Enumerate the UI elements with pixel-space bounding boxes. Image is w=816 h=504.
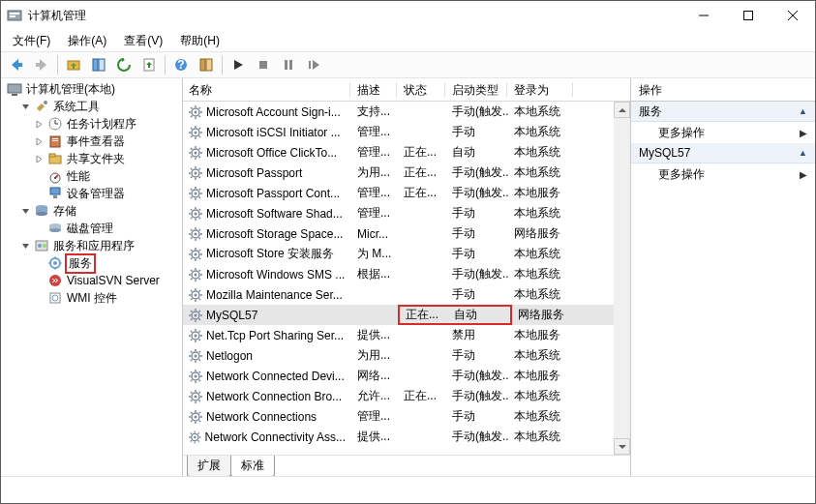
cell-start: 手动(触发...	[446, 164, 508, 181]
minimize-button[interactable]	[681, 1, 726, 30]
service-row[interactable]: Microsoft Store 安装服务 为 M... 手动 本地系统	[183, 244, 630, 264]
service-row[interactable]: Microsoft iSCSI Initiator ... 管理... 手动 本…	[183, 122, 630, 142]
refresh-button[interactable]	[112, 53, 136, 76]
tree-item[interactable]: 磁盘管理	[32, 220, 182, 237]
svg-line-81	[191, 156, 193, 158]
service-row[interactable]: Microsoft Office ClickTo... 管理... 正在...自…	[183, 142, 630, 163]
service-row[interactable]: Network Connection Bro... 允许... 正在...手动(…	[183, 386, 630, 406]
cell-name: Microsoft Account Sign-i...	[183, 105, 351, 119]
maximize-button[interactable]	[726, 1, 771, 30]
cell-status: 正在...	[398, 164, 446, 181]
tree-root-node[interactable]: 计算机管理(本地)	[5, 80, 182, 98]
svg-line-139	[191, 270, 193, 272]
export-button[interactable]	[137, 53, 161, 76]
tree-services-apps[interactable]: 服务和应用程序	[18, 237, 182, 254]
up-button[interactable]	[62, 53, 85, 76]
action-group-selected[interactable]: MySQL57 ▲	[631, 143, 815, 163]
pause-service-button[interactable]	[277, 53, 300, 76]
tree-storage[interactable]: 存储	[18, 202, 182, 220]
service-row[interactable]: Network Connections 管理... 手动 本地系统	[183, 406, 630, 427]
svg-line-209	[191, 412, 193, 414]
tree-item[interactable]: 事件查看器	[32, 133, 182, 150]
help-button[interactable]: ?	[169, 53, 193, 76]
service-row[interactable]: Network Connectivity Ass... 提供... 手动(触发.…	[183, 427, 630, 447]
svg-line-72	[199, 128, 201, 130]
column-desc[interactable]: 描述	[351, 78, 398, 101]
scrollbar-track[interactable]	[614, 118, 630, 438]
service-row[interactable]: MySQL57 正在...自动 网络服务	[183, 305, 630, 325]
action-more-2[interactable]: 更多操作 ▶	[631, 163, 815, 185]
service-row[interactable]: Netlogon 为用... 手动 本地系统	[183, 345, 630, 366]
action-more-1[interactable]: 更多操作 ▶	[631, 122, 815, 143]
column-status[interactable]: 状态	[398, 78, 446, 101]
start-service-button[interactable]	[227, 53, 250, 76]
svg-point-104	[195, 212, 197, 215]
tree-item[interactable]: 设备管理器	[32, 185, 182, 202]
service-row[interactable]: Microsoft Software Shad... 管理... 手动 本地系统	[183, 203, 630, 223]
menu-action[interactable]: 操作(A)	[60, 31, 114, 51]
column-logon[interactable]: 登录为	[508, 78, 574, 101]
svg-point-164	[195, 334, 197, 337]
menu-help[interactable]: 帮助(H)	[172, 31, 227, 51]
chevron-right-icon[interactable]	[32, 169, 45, 183]
svg-line-131	[191, 257, 193, 259]
menu-view[interactable]: 查看(V)	[116, 31, 170, 51]
forward-button[interactable]	[30, 53, 53, 76]
service-row[interactable]: Network Connected Devi... 网络... 手动(触发...…	[183, 366, 630, 386]
chevron-down-icon[interactable]	[18, 204, 32, 218]
tree-item-WMI 控件[interactable]: WMI 控件	[32, 289, 182, 307]
tree-system-tools[interactable]: 系统工具	[18, 98, 182, 115]
cell-name: Microsoft Office ClickTo...	[183, 146, 351, 160]
service-row[interactable]: Microsoft Windows SMS ... 根据... 手动(触发...…	[183, 264, 630, 284]
scroll-down-button[interactable]	[614, 438, 630, 455]
tree-item[interactable]: 共享文件夹	[32, 150, 182, 167]
column-start[interactable]: 启动类型	[446, 78, 508, 101]
chevron-right-icon[interactable]	[32, 117, 45, 131]
list-header: 名称 描述 状态 启动类型 登录为	[183, 78, 630, 102]
service-row[interactable]: Microsoft Account Sign-i... 支持... 手动(触发.…	[183, 102, 630, 122]
service-row[interactable]: Microsoft Passport 为用... 正在...手动(触发... 本…	[183, 163, 630, 183]
close-button[interactable]	[771, 1, 815, 30]
restart-service-button[interactable]	[302, 53, 325, 76]
tree-item-服务[interactable]: 服务	[32, 254, 182, 272]
stop-service-button[interactable]	[252, 53, 275, 76]
show-hide-tree-button[interactable]	[87, 53, 110, 76]
cell-desc: 网络...	[351, 368, 398, 384]
svg-point-37	[36, 212, 47, 216]
scroll-up-button[interactable]	[614, 102, 630, 118]
service-row[interactable]: Microsoft Passport Cont... 管理... 正在...手动…	[183, 183, 630, 203]
svg-line-169	[191, 331, 193, 333]
cell-desc: 为 M...	[351, 246, 398, 262]
chevron-right-icon[interactable]	[32, 152, 45, 165]
service-row[interactable]: Microsoft Storage Space... Micr... 手动 网络…	[183, 223, 630, 244]
service-list[interactable]: Microsoft Account Sign-i... 支持... 手动(触发.…	[183, 102, 630, 455]
action-group-services[interactable]: 服务 ▲	[631, 102, 815, 122]
svg-rect-29	[49, 154, 55, 157]
tree-pane[interactable]: 计算机管理(本地) 系统工具 任务计划程序 事件查看器 共享文件夹 性能 设备管…	[1, 78, 183, 476]
svg-line-69	[191, 128, 193, 130]
svg-point-184	[195, 374, 197, 377]
chevron-right-icon[interactable]	[32, 134, 45, 148]
svg-point-54	[195, 110, 197, 113]
back-button[interactable]	[5, 53, 28, 76]
tab-extended[interactable]: 扩展	[187, 456, 231, 476]
cell-name: Netlogon	[183, 349, 351, 363]
tree-item[interactable]: 性能	[32, 167, 182, 185]
cell-start: 手动	[446, 347, 508, 364]
service-row[interactable]: Mozilla Maintenance Ser... 手动 本地系统	[183, 284, 630, 305]
titlebar: 计算机管理	[1, 1, 815, 30]
cell-logon: 本地系统	[508, 124, 574, 140]
cell-logon: 本地系统	[508, 205, 574, 222]
service-row[interactable]: Net.Tcp Port Sharing Ser... 提供... 禁用 本地服…	[183, 325, 630, 345]
chevron-down-icon[interactable]	[18, 100, 32, 113]
tree-item[interactable]: 任务计划程序	[32, 115, 182, 133]
chevron-right-icon[interactable]	[32, 187, 45, 200]
tree-item-VisualSVN Server[interactable]: VisualSVN Server	[32, 272, 182, 289]
cell-logon: 本地系统	[508, 246, 574, 262]
cell-status: 正在...	[398, 388, 446, 404]
menu-file[interactable]: 文件(F)	[5, 31, 58, 51]
tab-standard[interactable]: 标准	[230, 456, 275, 476]
properties-button[interactable]	[195, 53, 218, 76]
chevron-down-icon[interactable]	[18, 239, 32, 252]
column-name[interactable]: 名称	[183, 78, 351, 101]
